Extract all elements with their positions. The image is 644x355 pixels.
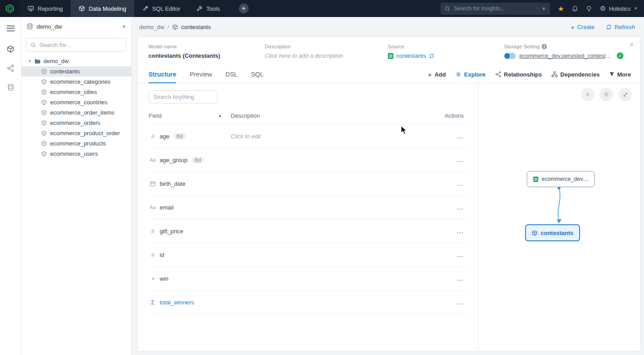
row-actions-button[interactable]: ... [457, 133, 464, 140]
row-actions-button[interactable]: ... [457, 204, 464, 211]
help-bulb-icon[interactable] [586, 5, 592, 12]
breadcrumb-root[interactable]: demo_dw [139, 24, 164, 30]
info-icon[interactable]: i [542, 44, 547, 49]
field-row-gift_price[interactable]: #gift_price... [149, 219, 468, 243]
more-button[interactable]: More [609, 71, 631, 78]
search-dropdown-caret-icon[interactable]: ▼ [538, 6, 546, 11]
model-icon [41, 141, 47, 146]
tab-sql[interactable]: SQL [251, 65, 263, 83]
collapse-sidebar-button[interactable] [7, 24, 15, 33]
column-field[interactable]: Field [149, 112, 161, 119]
global-search[interactable]: ▼ [441, 3, 550, 15]
new-item-button[interactable]: + [239, 4, 249, 13]
model-tree: ▼ demo_dw contestantsecommerce_categorie… [21, 55, 131, 355]
tab-reporting[interactable]: Reporting [20, 0, 71, 17]
tree-folder-demo-dw[interactable]: ▼ demo_dw [21, 56, 131, 66]
sidebar-item-ecommerce_users[interactable]: ecommerce_users [21, 149, 131, 159]
datasources-rail-icon[interactable] [7, 84, 14, 91]
sheet-icon [533, 176, 538, 182]
field-row-win[interactable]: ◑win... [149, 267, 468, 291]
row-actions-button[interactable]: ... [457, 299, 464, 306]
sidebar-search[interactable] [26, 38, 126, 51]
sidebar-item-ecommerce_categories[interactable]: ecommerce_categories [21, 77, 131, 87]
tab-sql-editor[interactable]: SQL Editor [134, 0, 188, 17]
fields-search[interactable] [149, 90, 217, 103]
tab-structure[interactable]: Structure [148, 65, 176, 83]
field-name: total_winners [160, 299, 194, 306]
diagram-node-model[interactable]: contestants [525, 224, 580, 241]
tab-data-modeling-label: Data Modeling [89, 5, 126, 12]
page-actions: + Create Refresh [571, 24, 635, 30]
relationships-button[interactable]: Relationships [495, 71, 542, 78]
breadcrumb-separator: / [167, 24, 169, 30]
sync-icon[interactable] [429, 53, 434, 59]
sidebar-item-ecommerce_order_items[interactable]: ecommerce_order_items [21, 107, 131, 118]
sidebar-item-ecommerce_countries[interactable]: ecommerce_countries [21, 97, 131, 107]
field-name: email [160, 204, 174, 211]
row-actions-button[interactable]: ... [457, 228, 464, 235]
field-row-age_group[interactable]: Aaage_groupf(x)... [149, 148, 468, 172]
row-actions-button[interactable]: ... [457, 157, 464, 163]
tab-tools[interactable]: Tools [188, 0, 228, 17]
field-row-total_winners[interactable]: Σtotal_winners... [149, 291, 468, 314]
workspace-selector[interactable]: demo_dw ▼ [21, 17, 131, 36]
diagram-settings-gear-icon[interactable] [600, 88, 613, 101]
diagram-expand-icon[interactable] [619, 88, 632, 101]
relationships-rail-icon[interactable] [7, 64, 14, 72]
search-icon [30, 42, 36, 48]
tools-icon [196, 5, 203, 12]
dependencies-icon [551, 71, 558, 77]
boolean-type-icon: ◑ [149, 275, 157, 282]
favorites-star-icon[interactable]: ★ [558, 4, 564, 13]
field-row-id[interactable]: #id... [149, 243, 468, 267]
notifications-bell-icon[interactable] [572, 5, 578, 12]
field-row-birth_date[interactable]: birth_date... [149, 172, 468, 196]
model-name-value: contestants (Contestants) [148, 52, 265, 59]
diagram-close-icon[interactable]: × [581, 88, 594, 101]
tab-data-modeling[interactable]: Data Modeling [71, 0, 134, 17]
fields-search-input[interactable] [153, 94, 213, 100]
tab-dsl[interactable]: DSL [225, 65, 237, 83]
row-actions-button[interactable]: ... [457, 180, 464, 187]
holistics-logo[interactable] [0, 0, 20, 17]
model-icon [41, 68, 47, 74]
dependencies-button[interactable]: Dependencies [551, 71, 600, 78]
models-rail-icon[interactable] [7, 45, 14, 53]
field-description-cell[interactable]: Click to edit [231, 133, 442, 140]
sidebar-item-label: ecommerce_cities [50, 89, 97, 95]
sort-asc-icon[interactable]: ▲ [218, 114, 222, 118]
row-actions-button[interactable]: ... [457, 252, 464, 258]
sidebar-item-ecommerce_cities[interactable]: ecommerce_cities [21, 87, 131, 97]
diagram-node-source[interactable]: ecommerce_dev.... [527, 171, 595, 187]
global-search-input[interactable] [454, 5, 534, 12]
column-description[interactable]: Description [231, 112, 260, 119]
sidebar-item-ecommerce_products[interactable]: ecommerce_products [21, 138, 131, 149]
storage-toggle[interactable] [504, 53, 516, 59]
row-actions-button[interactable]: ... [457, 275, 464, 282]
tab-preview[interactable]: Preview [190, 65, 212, 83]
sidebar-search-input[interactable] [39, 42, 122, 48]
source-link[interactable]: contestants [396, 52, 426, 59]
explore-button[interactable]: Explore [455, 71, 486, 78]
lineage-diagram[interactable]: × [479, 83, 640, 351]
org-label: Holistics [609, 5, 631, 12]
model-tabs: Structure Preview DSL SQL + Add Explore [138, 65, 640, 83]
model-icon [41, 151, 47, 157]
left-rail [0, 17, 21, 355]
description-placeholder[interactable]: Click here to add a description [265, 52, 388, 59]
refresh-button[interactable]: Refresh [606, 24, 635, 30]
add-button[interactable]: + Add [428, 71, 446, 78]
field-description[interactable]: Click to edit [231, 133, 261, 140]
create-button[interactable]: + Create [571, 24, 595, 30]
breadcrumb: demo_dw / contestants [139, 24, 211, 30]
field-row-age[interactable]: #agef(x)Click to edit... [149, 124, 468, 148]
sidebar-item-ecommerce_orders[interactable]: ecommerce_orders [21, 118, 131, 128]
sidebar-item-contestants[interactable]: contestants [21, 66, 131, 77]
field-row-email[interactable]: Aaemail... [149, 196, 468, 219]
breadcrumb-current: contestants [181, 24, 211, 30]
sidebar-item-ecommerce_product_order[interactable]: ecommerce_product_order [21, 128, 131, 138]
sidebar-item-label: ecommerce_countries [50, 99, 107, 106]
storage-table-link[interactable]: ecommerce_dev.persisted_contesta... [519, 53, 613, 59]
model-icon [532, 230, 538, 236]
org-menu[interactable]: ⚙ Holistics ▼ [600, 4, 638, 13]
